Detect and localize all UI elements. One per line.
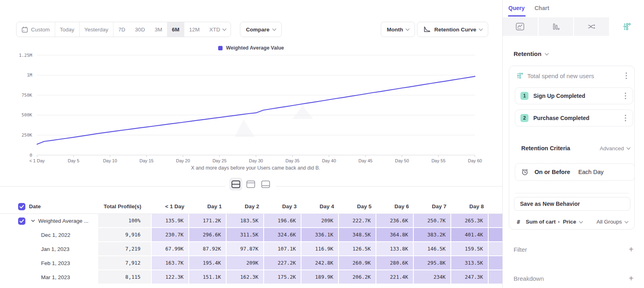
add-filter-button[interactable]: + bbox=[629, 245, 634, 254]
save-as-new-behavior-button[interactable]: Save as New Behavior bbox=[514, 197, 630, 211]
retention-value-cell[interactable]: 175.2K bbox=[264, 270, 301, 284]
retention-value-cell[interactable]: 221.4K bbox=[376, 270, 414, 284]
row-date-cell: Mar 1, 2023 bbox=[0, 270, 98, 284]
behavior-header[interactable]: Total spend of new users bbox=[509, 66, 634, 85]
retention-value-cell[interactable]: 133.8K bbox=[376, 242, 414, 256]
report-tab-retention-icon[interactable] bbox=[610, 17, 644, 36]
kebab-menu-icon[interactable] bbox=[624, 114, 627, 122]
retention-value-cell[interactable]: 250.7K bbox=[414, 214, 451, 228]
column-header: Day 4 bbox=[301, 199, 339, 213]
retention-line-chart[interactable]: 0250K500K750K1M1.25M< 1 DayDay 5Day 10Da… bbox=[0, 42, 502, 175]
retention-value-cell[interactable]: 189.9K bbox=[301, 270, 339, 284]
select-all-checkbox[interactable] bbox=[18, 203, 25, 210]
retention-value-cell[interactable]: 159.5K bbox=[451, 242, 489, 256]
retention-value-cell[interactable]: 260.9K bbox=[339, 256, 376, 270]
y-tick-label: 750K bbox=[22, 93, 33, 98]
retention-value-cell[interactable]: 163.7K bbox=[152, 256, 189, 270]
row-checkbox[interactable] bbox=[18, 218, 25, 225]
report-tab-flows-icon[interactable] bbox=[574, 17, 610, 36]
chevron-down-icon[interactable] bbox=[31, 220, 35, 222]
retention-value-cell[interactable]: 126.5K bbox=[339, 242, 376, 256]
table-header-date: Date bbox=[0, 199, 98, 213]
retention-value-cell[interactable]: 171.2K bbox=[189, 214, 227, 228]
retention-table: DateTotal Profile(s)< 1 DayDay 1Day 2Day… bbox=[0, 199, 502, 284]
retention-value-cell[interactable]: 227.2K bbox=[264, 256, 301, 270]
kebab-menu-icon[interactable] bbox=[624, 91, 627, 100]
range-today[interactable]: Today bbox=[55, 22, 80, 37]
retention-value-cell[interactable]: 195.4K bbox=[189, 256, 227, 270]
chart-type-dropdown[interactable]: Retention Curve bbox=[417, 22, 488, 37]
measure-property[interactable]: Price bbox=[563, 219, 576, 225]
criteria-mode-dropdown[interactable]: Advanced bbox=[600, 145, 630, 151]
retention-value-cell[interactable]: 324.6K bbox=[264, 228, 301, 242]
measure-event[interactable]: Sum of cart bbox=[526, 219, 555, 225]
retention-value-cell[interactable]: 146.5K bbox=[414, 242, 451, 256]
query-sidebar: Query Chart Retention Total spend of new… bbox=[502, 0, 644, 288]
retention-value-cell[interactable]: 401.4K bbox=[451, 228, 489, 242]
layout-toggle-split-rows-icon[interactable] bbox=[229, 178, 242, 191]
kebab-menu-icon[interactable] bbox=[625, 71, 628, 80]
retention-value-cell[interactable]: 247.3K bbox=[451, 270, 489, 284]
tab-query[interactable]: Query bbox=[508, 5, 524, 11]
retention-value-cell[interactable]: 151.1K bbox=[189, 270, 227, 284]
retention-report-page: CustomTodayYesterday7D30D3M6M12MXTD Comp… bbox=[0, 0, 644, 288]
retention-value-cell[interactable]: 222.7K bbox=[339, 214, 376, 228]
range-6m[interactable]: 6M bbox=[167, 22, 184, 37]
retention-value-cell[interactable]: 242.8K bbox=[301, 256, 339, 270]
report-tab-funnels-icon[interactable] bbox=[539, 17, 574, 36]
timing-condition[interactable]: On or Before bbox=[535, 169, 570, 175]
range-custom[interactable]: Custom bbox=[17, 22, 55, 37]
retention-value-cell[interactable]: 122.3K bbox=[152, 270, 189, 284]
retention-value-cell[interactable]: 209K bbox=[301, 214, 339, 228]
layout-toggle-bottom-panel-icon[interactable] bbox=[259, 178, 272, 191]
retention-value-cell[interactable]: 196.6K bbox=[264, 214, 301, 228]
retention-value-cell[interactable]: 116.9K bbox=[301, 242, 339, 256]
add-breakdown-button[interactable]: + bbox=[629, 274, 634, 283]
retention-value-cell[interactable]: 183.5K bbox=[227, 214, 264, 228]
weighted-average-line[interactable] bbox=[37, 77, 475, 144]
retention-value-cell[interactable]: 383.2K bbox=[414, 228, 451, 242]
layout-toggle-top-panel-icon[interactable] bbox=[244, 178, 257, 191]
retention-value-cell[interactable]: 265.3K bbox=[451, 214, 489, 228]
granularity-dropdown[interactable]: Month bbox=[381, 22, 415, 37]
retention-value-cell[interactable]: 67.99K bbox=[152, 242, 189, 256]
retention-value-cell[interactable]: 135.9K bbox=[152, 214, 189, 228]
retention-value-cell[interactable]: 107.1K bbox=[264, 242, 301, 256]
retention-value-cell[interactable]: 230.7K bbox=[152, 228, 189, 242]
retention-value-cell[interactable]: 162.3K bbox=[227, 270, 264, 284]
range-30d[interactable]: 30D bbox=[130, 22, 150, 37]
compare-button[interactable]: Compare bbox=[240, 22, 282, 37]
timing-frequency[interactable]: Each Day bbox=[578, 169, 604, 175]
retention-value-cell[interactable]: 296.6K bbox=[189, 228, 227, 242]
timing-card[interactable]: On or Before Each Day bbox=[515, 163, 635, 181]
range-3m[interactable]: 3M bbox=[150, 22, 167, 37]
retention-value-cell[interactable]: 348.5K bbox=[339, 228, 376, 242]
retention-value-cell[interactable]: 313.5K bbox=[451, 256, 489, 270]
card-divider bbox=[515, 193, 629, 193]
retention-value-cell[interactable]: 236.6K bbox=[376, 214, 414, 228]
retention-value-cell[interactable]: 280.6K bbox=[376, 256, 414, 270]
retention-section-dropdown[interactable]: Retention bbox=[514, 50, 548, 57]
range-12m[interactable]: 12M bbox=[184, 22, 204, 37]
retention-value-cell[interactable]: 87.92K bbox=[189, 242, 227, 256]
retention-value-cell[interactable]: 364.8K bbox=[376, 228, 414, 242]
retention-value-cell[interactable]: 206.2K bbox=[339, 270, 376, 284]
behavior-step-2[interactable]: 2Purchase Completed bbox=[515, 110, 633, 126]
retention-value-cell[interactable]: 295.8K bbox=[414, 256, 451, 270]
retention-value-cell[interactable]: 311.5K bbox=[227, 228, 264, 242]
tab-chart[interactable]: Chart bbox=[535, 5, 549, 11]
range-xtd[interactable]: XTD bbox=[204, 22, 231, 37]
report-tab-insights-icon[interactable] bbox=[503, 17, 539, 36]
column-header: Day 8 bbox=[451, 199, 489, 213]
y-tick-label: 1.25M bbox=[19, 53, 32, 58]
behavior-step-1[interactable]: 1Sign Up Completed bbox=[515, 87, 633, 104]
behavior-dots-icon bbox=[517, 73, 523, 79]
retention-value-cell[interactable]: 234K bbox=[414, 270, 451, 284]
range-yesterday[interactable]: Yesterday bbox=[80, 22, 114, 37]
table-header-row: DateTotal Profile(s)< 1 DayDay 1Day 2Day… bbox=[0, 199, 502, 214]
range-7d[interactable]: 7D bbox=[114, 22, 130, 37]
groups-dropdown[interactable]: All Groups bbox=[597, 219, 628, 225]
retention-value-cell[interactable]: 209K bbox=[227, 256, 264, 270]
retention-value-cell[interactable]: 336.1K bbox=[301, 228, 339, 242]
retention-value-cell[interactable]: 97.87K bbox=[227, 242, 264, 256]
